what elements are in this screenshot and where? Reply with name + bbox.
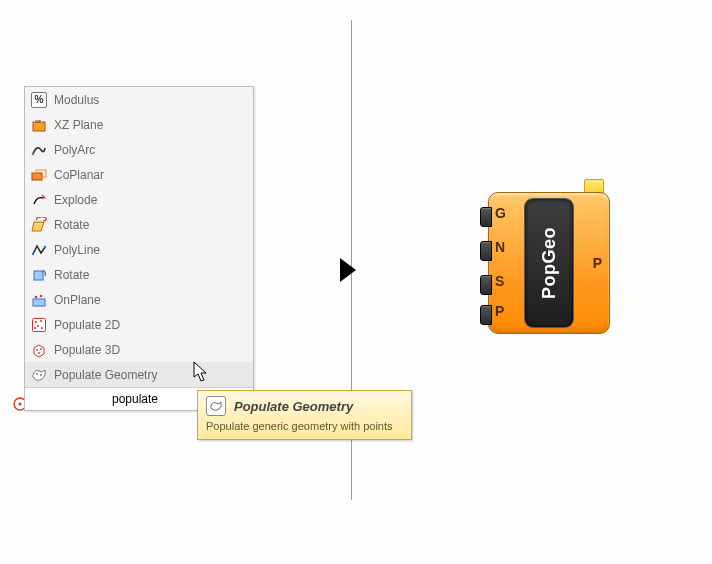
search-result-polyline[interactable]: PolyLine: [25, 237, 253, 262]
input-grip[interactable]: [480, 275, 492, 295]
input-port-g[interactable]: G: [495, 205, 506, 221]
svg-rect-13: [33, 318, 46, 331]
svg-rect-9: [34, 271, 43, 280]
svg-point-12: [40, 294, 43, 297]
popgeo-icon: [31, 367, 47, 383]
search-result-populate-geometry[interactable]: Populate Geometry: [25, 362, 253, 387]
search-result-label: Populate 2D: [54, 318, 120, 332]
svg-point-20: [40, 348, 42, 350]
tooltip-title: Populate Geometry: [234, 399, 353, 414]
svg-point-18: [34, 327, 36, 329]
svg-point-1: [18, 402, 21, 405]
popgeo-component[interactable]: G N S P P PopGeo: [488, 192, 608, 332]
xzplane-icon: xz: [31, 117, 47, 133]
coplanar-icon: [31, 167, 47, 183]
pop3d-icon: [31, 342, 47, 358]
search-result-label: CoPlanar: [54, 168, 104, 182]
search-result-populate-2d[interactable]: Populate 2D: [25, 312, 253, 337]
search-result-label: Rotate: [54, 218, 89, 232]
search-result-coplanar[interactable]: CoPlanar: [25, 162, 253, 187]
component-search-popup: %ModulusxzXZ PlanePolyArcCoPlanarExplode…: [24, 86, 254, 411]
output-port-p[interactable]: P: [593, 255, 602, 271]
svg-point-11: [35, 295, 38, 298]
search-result-label: Modulus: [54, 93, 99, 107]
search-result-label: OnPlane: [54, 293, 101, 307]
svg-point-15: [40, 320, 42, 322]
svg-text:xz: xz: [35, 118, 41, 124]
search-result-label: Populate 3D: [54, 343, 120, 357]
polyline-icon: [31, 242, 47, 258]
percent-icon: %: [31, 92, 47, 108]
search-result-label: Populate Geometry: [54, 368, 157, 382]
component-body[interactable]: G N S P P PopGeo: [488, 192, 610, 334]
svg-point-14: [35, 321, 37, 323]
search-result-explode[interactable]: Explode: [25, 187, 253, 212]
svg-point-8: [44, 245, 46, 247]
search-result-xz-plane[interactable]: xzXZ Plane: [25, 112, 253, 137]
input-grip[interactable]: [480, 241, 492, 261]
svg-point-22: [36, 373, 38, 375]
svg-point-16: [37, 325, 39, 327]
search-result-modulus[interactable]: %Modulus: [25, 87, 253, 112]
input-grip[interactable]: [480, 207, 492, 227]
component-core[interactable]: PopGeo: [525, 199, 573, 327]
svg-point-21: [38, 352, 40, 354]
search-result-rotate-2[interactable]: Rotate: [25, 262, 253, 287]
component-name: PopGeo: [539, 227, 560, 299]
search-icon: [25, 391, 41, 407]
svg-point-23: [40, 374, 42, 376]
svg-point-7: [32, 252, 34, 254]
explode-icon: [31, 192, 47, 208]
tooltip-body: Populate generic geometry with points: [198, 419, 411, 439]
polyarc-icon: [31, 142, 47, 158]
search-result-label: XZ Plane: [54, 118, 103, 132]
search-result-rotate-1[interactable]: Rotate: [25, 212, 253, 237]
svg-point-4: [32, 152, 35, 155]
tooltip: Populate Geometry Populate generic geome…: [197, 390, 412, 440]
input-port-s[interactable]: S: [495, 273, 504, 289]
canvas[interactable]: G N S P P PopGeo %ModulusxzXZ PlanePolyA…: [0, 0, 712, 564]
search-result-label: PolyLine: [54, 243, 100, 257]
search-result-polyarc[interactable]: PolyArc: [25, 137, 253, 162]
popgeo-icon: [206, 396, 226, 416]
onplane-icon: [31, 292, 47, 308]
search-result-label: Explode: [54, 193, 97, 207]
svg-rect-10: [33, 299, 45, 306]
rotate-y-icon: [31, 217, 47, 233]
pop2d-icon: [31, 317, 47, 333]
search-result-label: Rotate: [54, 268, 89, 282]
svg-point-17: [41, 327, 43, 329]
search-result-onplane[interactable]: OnPlane: [25, 287, 253, 312]
arrow-right-icon: [340, 258, 356, 282]
input-port-p[interactable]: P: [495, 303, 504, 319]
input-port-n[interactable]: N: [495, 239, 505, 255]
rotate-sq-icon: [31, 267, 47, 283]
search-result-label: PolyArc: [54, 143, 95, 157]
svg-point-19: [36, 349, 38, 351]
search-result-populate-3d[interactable]: Populate 3D: [25, 337, 253, 362]
input-grip[interactable]: [480, 305, 492, 325]
